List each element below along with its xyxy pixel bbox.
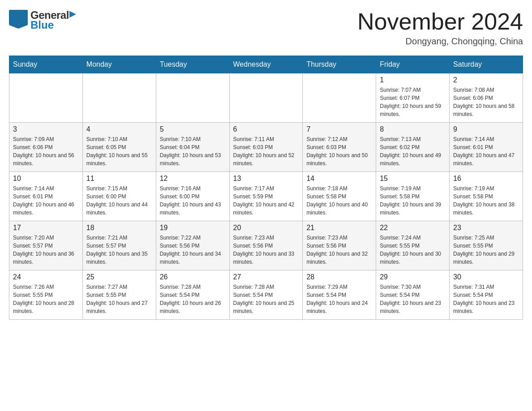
calendar-cell: 20Sunrise: 7:23 AMSunset: 5:56 PMDayligh… bbox=[229, 221, 303, 270]
calendar-cell: 23Sunrise: 7:25 AMSunset: 5:55 PMDayligh… bbox=[450, 221, 523, 270]
calendar-cell: 22Sunrise: 7:24 AMSunset: 5:55 PMDayligh… bbox=[376, 221, 450, 270]
day-info: Sunrise: 7:22 AMSunset: 5:56 PMDaylight:… bbox=[160, 234, 226, 266]
day-info: Sunrise: 7:23 AMSunset: 5:56 PMDaylight:… bbox=[233, 234, 299, 266]
calendar-cell: 1Sunrise: 7:07 AMSunset: 6:07 PMDaylight… bbox=[376, 73, 450, 123]
day-number: 7 bbox=[306, 125, 372, 133]
svg-marker-1 bbox=[9, 25, 28, 29]
day-number: 14 bbox=[306, 175, 372, 183]
calendar-cell: 17Sunrise: 7:20 AMSunset: 5:57 PMDayligh… bbox=[9, 221, 83, 270]
header-wednesday: Wednesday bbox=[229, 56, 303, 73]
header-tuesday: Tuesday bbox=[156, 56, 229, 73]
day-number: 30 bbox=[453, 273, 519, 281]
day-number: 8 bbox=[380, 125, 446, 133]
day-info: Sunrise: 7:10 AMSunset: 6:04 PMDaylight:… bbox=[160, 135, 226, 167]
day-info: Sunrise: 7:20 AMSunset: 5:57 PMDaylight:… bbox=[13, 234, 79, 266]
calendar-cell bbox=[9, 73, 83, 123]
calendar-cell: 6Sunrise: 7:11 AMSunset: 6:03 PMDaylight… bbox=[229, 123, 303, 172]
calendar-cell: 3Sunrise: 7:09 AMSunset: 6:06 PMDaylight… bbox=[9, 123, 83, 172]
calendar-cell: 8Sunrise: 7:13 AMSunset: 6:02 PMDaylight… bbox=[376, 123, 450, 172]
day-number: 12 bbox=[160, 175, 226, 183]
week-row-1: 1Sunrise: 7:07 AMSunset: 6:07 PMDaylight… bbox=[9, 73, 523, 123]
calendar-cell: 11Sunrise: 7:15 AMSunset: 6:00 PMDayligh… bbox=[82, 172, 156, 221]
day-info: Sunrise: 7:21 AMSunset: 5:57 PMDaylight:… bbox=[86, 234, 152, 266]
calendar-cell: 28Sunrise: 7:29 AMSunset: 5:54 PMDayligh… bbox=[303, 270, 376, 320]
calendar-cell bbox=[303, 73, 376, 123]
day-number: 19 bbox=[160, 224, 226, 232]
day-info: Sunrise: 7:28 AMSunset: 5:54 PMDaylight:… bbox=[160, 283, 226, 315]
svg-rect-0 bbox=[9, 10, 28, 25]
header-thursday: Thursday bbox=[303, 56, 376, 73]
day-number: 27 bbox=[233, 273, 299, 281]
calendar-cell: 29Sunrise: 7:30 AMSunset: 5:54 PMDayligh… bbox=[376, 270, 450, 320]
day-number: 17 bbox=[13, 224, 79, 232]
calendar-cell: 9Sunrise: 7:14 AMSunset: 6:01 PMDaylight… bbox=[450, 123, 523, 172]
calendar-cell: 2Sunrise: 7:08 AMSunset: 6:06 PMDaylight… bbox=[450, 73, 523, 123]
calendar-cell: 24Sunrise: 7:26 AMSunset: 5:55 PMDayligh… bbox=[9, 270, 83, 320]
week-row-2: 3Sunrise: 7:09 AMSunset: 6:06 PMDaylight… bbox=[9, 123, 523, 172]
header-friday: Friday bbox=[376, 56, 450, 73]
calendar-cell: 7Sunrise: 7:12 AMSunset: 6:03 PMDaylight… bbox=[303, 123, 376, 172]
day-info: Sunrise: 7:15 AMSunset: 6:00 PMDaylight:… bbox=[86, 184, 152, 217]
calendar-cell: 13Sunrise: 7:17 AMSunset: 5:59 PMDayligh… bbox=[229, 172, 303, 221]
calendar-cell: 12Sunrise: 7:16 AMSunset: 6:00 PMDayligh… bbox=[156, 172, 229, 221]
day-number: 2 bbox=[453, 76, 519, 84]
day-number: 28 bbox=[306, 273, 372, 281]
calendar-cell: 4Sunrise: 7:10 AMSunset: 6:05 PMDaylight… bbox=[82, 123, 156, 172]
calendar-cell: 27Sunrise: 7:28 AMSunset: 5:54 PMDayligh… bbox=[229, 270, 303, 320]
calendar-cell: 15Sunrise: 7:19 AMSunset: 5:58 PMDayligh… bbox=[376, 172, 450, 221]
header-sunday: Sunday bbox=[9, 56, 83, 73]
day-info: Sunrise: 7:18 AMSunset: 5:58 PMDaylight:… bbox=[306, 184, 372, 217]
calendar-cell: 30Sunrise: 7:31 AMSunset: 5:54 PMDayligh… bbox=[450, 270, 523, 320]
day-info: Sunrise: 7:09 AMSunset: 6:06 PMDaylight:… bbox=[13, 135, 79, 167]
day-info: Sunrise: 7:14 AMSunset: 6:01 PMDaylight:… bbox=[453, 135, 519, 167]
day-info: Sunrise: 7:30 AMSunset: 5:54 PMDaylight:… bbox=[380, 283, 446, 315]
calendar-cell: 10Sunrise: 7:14 AMSunset: 6:01 PMDayligh… bbox=[9, 172, 83, 221]
day-number: 23 bbox=[453, 224, 519, 232]
day-info: Sunrise: 7:27 AMSunset: 5:55 PMDaylight:… bbox=[86, 283, 152, 315]
weekday-header-row: Sunday Monday Tuesday Wednesday Thursday… bbox=[9, 56, 523, 73]
day-info: Sunrise: 7:24 AMSunset: 5:55 PMDaylight:… bbox=[380, 234, 446, 266]
day-number: 26 bbox=[160, 273, 226, 281]
day-number: 29 bbox=[380, 273, 446, 281]
calendar-cell: 21Sunrise: 7:23 AMSunset: 5:56 PMDayligh… bbox=[303, 221, 376, 270]
day-info: Sunrise: 7:14 AMSunset: 6:01 PMDaylight:… bbox=[13, 184, 79, 217]
week-row-3: 10Sunrise: 7:14 AMSunset: 6:01 PMDayligh… bbox=[9, 172, 523, 221]
day-number: 1 bbox=[380, 76, 446, 84]
day-info: Sunrise: 7:17 AMSunset: 5:59 PMDaylight:… bbox=[233, 184, 299, 217]
calendar-cell: 14Sunrise: 7:18 AMSunset: 5:58 PMDayligh… bbox=[303, 172, 376, 221]
day-number: 10 bbox=[13, 175, 79, 183]
calendar-cell: 19Sunrise: 7:22 AMSunset: 5:56 PMDayligh… bbox=[156, 221, 229, 270]
day-info: Sunrise: 7:13 AMSunset: 6:02 PMDaylight:… bbox=[380, 135, 446, 167]
title-area: November 2024 Dongyang, Chongqing, China bbox=[357, 9, 523, 47]
calendar-cell: 18Sunrise: 7:21 AMSunset: 5:57 PMDayligh… bbox=[82, 221, 156, 270]
day-number: 16 bbox=[453, 175, 519, 183]
location: Dongyang, Chongqing, China bbox=[357, 36, 523, 47]
calendar-cell: 26Sunrise: 7:28 AMSunset: 5:54 PMDayligh… bbox=[156, 270, 229, 320]
day-number: 21 bbox=[306, 224, 372, 232]
day-number: 4 bbox=[86, 125, 152, 133]
day-number: 15 bbox=[380, 175, 446, 183]
day-number: 20 bbox=[233, 224, 299, 232]
day-info: Sunrise: 7:19 AMSunset: 5:58 PMDaylight:… bbox=[380, 184, 446, 217]
header-saturday: Saturday bbox=[450, 56, 523, 73]
day-number: 6 bbox=[233, 125, 299, 133]
day-info: Sunrise: 7:16 AMSunset: 6:00 PMDaylight:… bbox=[160, 184, 226, 217]
day-info: Sunrise: 7:08 AMSunset: 6:06 PMDaylight:… bbox=[453, 86, 519, 118]
calendar-cell bbox=[229, 73, 303, 123]
calendar-cell: 5Sunrise: 7:10 AMSunset: 6:04 PMDaylight… bbox=[156, 123, 229, 172]
day-number: 24 bbox=[13, 273, 79, 281]
calendar-cell bbox=[82, 73, 156, 123]
calendar-table: Sunday Monday Tuesday Wednesday Thursday… bbox=[9, 56, 523, 320]
day-number: 22 bbox=[380, 224, 446, 232]
day-info: Sunrise: 7:07 AMSunset: 6:07 PMDaylight:… bbox=[380, 86, 446, 118]
day-number: 3 bbox=[13, 125, 79, 133]
day-info: Sunrise: 7:10 AMSunset: 6:05 PMDaylight:… bbox=[86, 135, 152, 167]
day-info: Sunrise: 7:12 AMSunset: 6:03 PMDaylight:… bbox=[306, 135, 372, 167]
day-number: 18 bbox=[86, 224, 152, 232]
calendar-cell: 16Sunrise: 7:19 AMSunset: 5:58 PMDayligh… bbox=[450, 172, 523, 221]
day-info: Sunrise: 7:29 AMSunset: 5:54 PMDaylight:… bbox=[306, 283, 372, 315]
day-info: Sunrise: 7:25 AMSunset: 5:55 PMDaylight:… bbox=[453, 234, 519, 266]
day-number: 9 bbox=[453, 125, 519, 133]
day-info: Sunrise: 7:11 AMSunset: 6:03 PMDaylight:… bbox=[233, 135, 299, 167]
calendar-cell bbox=[156, 73, 229, 123]
